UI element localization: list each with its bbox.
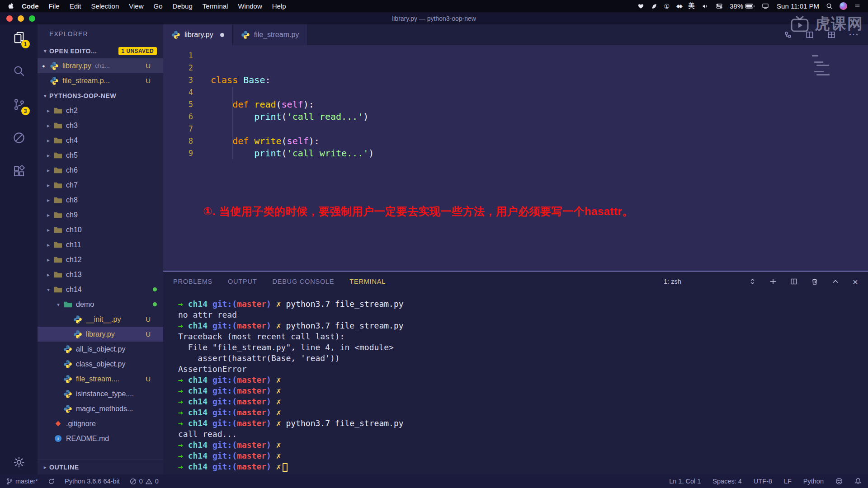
open-editors-label: OPEN EDITO... xyxy=(49,47,97,55)
panel-tab-debug-console[interactable]: DEBUG CONSOLE xyxy=(272,278,334,285)
tree-item-ch3[interactable]: ▸ch3 xyxy=(38,118,163,133)
editor-tab-library-py[interactable]: library.py xyxy=(163,24,233,45)
tree-item-ch8[interactable]: ▸ch8 xyxy=(38,192,163,207)
sync-button[interactable] xyxy=(48,478,55,485)
menu-app-code[interactable]: Code xyxy=(17,2,44,10)
input-method-icon[interactable]: ◆◆ xyxy=(676,3,681,9)
siri-icon[interactable] xyxy=(840,2,847,10)
tree-item-file-stream[interactable]: file_stream....U xyxy=(38,371,163,386)
indentation-setting[interactable]: Spaces: 4 xyxy=(712,478,742,485)
encoding-setting[interactable]: UTF-8 xyxy=(754,478,772,485)
volume-icon[interactable] xyxy=(702,3,709,9)
tree-item-ch14[interactable]: ▾ch14 xyxy=(38,282,163,297)
menu-item-file[interactable]: File xyxy=(44,2,65,10)
activity-source-control[interactable]: 3 xyxy=(7,94,31,115)
tree-item-demo[interactable]: ▾demo xyxy=(38,297,163,312)
status-bar: master* Python 3.6.6 64-bit 0 0 Ln 1, Co… xyxy=(0,474,868,488)
tree-item-ch9[interactable]: ▸ch9 xyxy=(38,207,163,222)
tree-item-ch13[interactable]: ▸ch13 xyxy=(38,267,163,282)
statusbar-left: master* Python 3.6.6 64-bit 0 0 xyxy=(6,478,159,485)
tree-item-ch12[interactable]: ▸ch12 xyxy=(38,252,163,267)
split-terminal-icon[interactable] xyxy=(790,278,797,285)
code-line: def read(self): xyxy=(211,99,374,111)
open-editors-header[interactable]: ▾ OPEN EDITO... 1 UNSAVED xyxy=(38,43,163,58)
tree-item-ch6[interactable]: ▸ch6 xyxy=(38,163,163,178)
activity-debug[interactable] xyxy=(7,127,31,149)
battery-indicator[interactable]: 38% xyxy=(730,2,755,10)
input-source-indicator[interactable]: 美 xyxy=(688,2,695,10)
tree-item-library-py[interactable]: library.pyU xyxy=(38,327,163,342)
outline-section-header[interactable]: ▸ OUTLINE xyxy=(38,460,163,474)
maximize-panel-icon[interactable] xyxy=(832,278,839,285)
notifications-bell-icon[interactable] xyxy=(854,478,862,485)
git-branch-status[interactable]: master* xyxy=(6,478,38,485)
apple-menu-icon[interactable] xyxy=(7,2,14,10)
activity-extensions[interactable] xyxy=(7,160,31,182)
menu-item-window[interactable]: Window xyxy=(233,2,267,10)
code-editor[interactable]: 123456789 class Base: def read(self): pr… xyxy=(163,45,868,271)
tree-item-class-object-py[interactable]: class_object.py xyxy=(38,357,163,371)
notification-center-icon[interactable] xyxy=(854,3,861,9)
language-mode[interactable]: Python xyxy=(803,478,824,485)
display-icon[interactable] xyxy=(762,3,769,9)
editor-tab-file-stream-py[interactable]: file_stream.py xyxy=(233,24,308,45)
cursor-position[interactable]: Ln 1, Col 1 xyxy=(669,478,701,485)
menubar-clock[interactable]: Sun 11:01 PM xyxy=(777,2,819,10)
menu-item-debug[interactable]: Debug xyxy=(168,2,198,10)
close-panel-icon[interactable]: × xyxy=(853,277,858,286)
tree-item-magic-methods[interactable]: magic_methods... xyxy=(38,401,163,416)
status-circled-1-icon[interactable]: ① xyxy=(664,3,670,10)
tree-item-init-py[interactable]: __init__.pyU xyxy=(38,312,163,327)
terminal-updown-icon[interactable] xyxy=(749,278,756,285)
open-editor-file-stream-p[interactable]: file_stream.p...U xyxy=(38,73,163,88)
panel-tab-terminal[interactable]: TERMINAL xyxy=(349,278,386,285)
problems-status[interactable]: 0 0 xyxy=(130,478,159,485)
readme-file-icon: i xyxy=(53,435,63,442)
settings-gear-icon[interactable] xyxy=(0,455,38,469)
minimap[interactable] xyxy=(812,49,862,77)
tree-item-isinstance-type[interactable]: isinstance_type.... xyxy=(38,386,163,401)
menu-item-help[interactable]: Help xyxy=(267,2,291,10)
zoom-window-button[interactable] xyxy=(29,15,35,22)
tree-item-ch5[interactable]: ▸ch5 xyxy=(38,148,163,163)
python-interpreter[interactable]: Python 3.6.6 64-bit xyxy=(65,478,120,485)
open-editor-library-py[interactable]: ●library.pych1...U xyxy=(38,58,163,73)
menu-item-terminal[interactable]: Terminal xyxy=(198,2,233,10)
eol-setting[interactable]: LF xyxy=(784,478,792,485)
menu-item-edit[interactable]: Edit xyxy=(65,2,86,10)
open-editor-label: file_stream.p... xyxy=(62,77,110,85)
tree-item-all-is-object-py[interactable]: all_is_object.py xyxy=(38,342,163,357)
window-titlebar: library.py — python3-oop-new xyxy=(0,12,868,24)
tree-item-ch7[interactable]: ▸ch7 xyxy=(38,178,163,192)
tree-item-ch11[interactable]: ▸ch11 xyxy=(38,237,163,252)
terminal-output-line: assert(hasattr(Base, 'read')) xyxy=(178,353,863,364)
folder-icon xyxy=(53,167,63,174)
menu-item-go[interactable]: Go xyxy=(149,2,168,10)
kill-terminal-icon[interactable] xyxy=(811,278,818,285)
panel-tab-output[interactable]: OUTPUT xyxy=(228,278,257,285)
terminal-picker[interactable]: 1: zsh xyxy=(664,278,681,285)
feedback-smiley-icon[interactable] xyxy=(835,478,843,485)
tree-item-gitignore[interactable]: .gitignore xyxy=(38,416,163,431)
tree-item-readme-md[interactable]: iREADME.md xyxy=(38,431,163,446)
activity-search[interactable] xyxy=(7,60,31,82)
menu-item-view[interactable]: View xyxy=(124,2,148,10)
control-center-icon[interactable] xyxy=(716,3,723,9)
activity-explorer[interactable]: 1 xyxy=(7,27,31,48)
menu-item-selection[interactable]: Selection xyxy=(86,2,124,10)
close-window-button[interactable] xyxy=(6,15,13,22)
panel-tab-problems[interactable]: PROBLEMS xyxy=(173,278,212,285)
minimize-window-button[interactable] xyxy=(18,15,24,22)
line-number: 1 xyxy=(163,50,193,62)
project-section-header[interactable]: ▾ PYTHON3-OOP-NEW xyxy=(38,88,163,103)
status-leaf-icon[interactable] xyxy=(651,3,657,9)
terminal-content[interactable]: → ch14 git:(master) ✗ python3.7 file_str… xyxy=(178,299,863,474)
spotlight-icon[interactable] xyxy=(826,3,833,9)
tree-item-ch2[interactable]: ▸ch2 xyxy=(38,103,163,118)
watermark-text: 虎课网 xyxy=(815,14,863,34)
new-terminal-icon[interactable] xyxy=(769,278,777,285)
tree-item-label: ch2 xyxy=(66,107,78,115)
tree-item-ch4[interactable]: ▸ch4 xyxy=(38,133,163,148)
status-heart-icon[interactable] xyxy=(637,3,644,9)
tree-item-ch10[interactable]: ▸ch10 xyxy=(38,222,163,237)
